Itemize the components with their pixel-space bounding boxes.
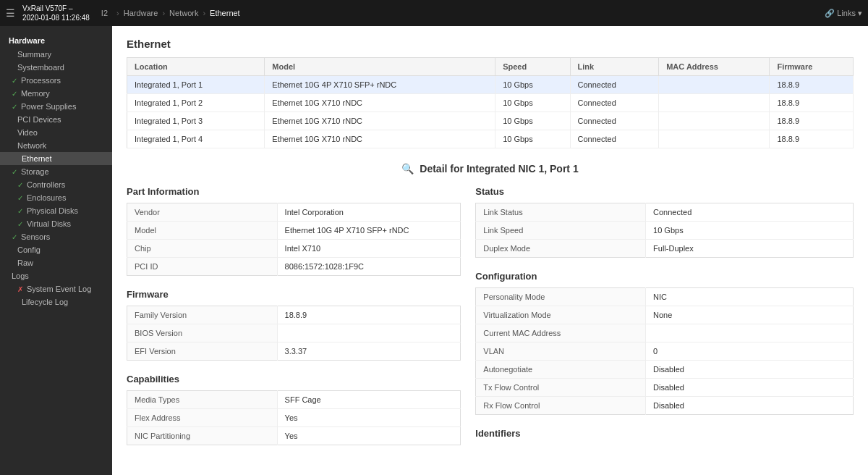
sidebar-item-storage[interactable]: ✓ Storage — [0, 165, 112, 178]
sidebar-label-virtual-disks: Virtual Disks — [27, 219, 71, 228]
status-section: Status Link StatusConnectedLink Speed10 … — [475, 186, 854, 258]
sidebar-label-controllers: Controllers — [27, 180, 65, 189]
ethernet-cell-0-5: 18.8.9 — [770, 76, 854, 94]
ethernet-cell-1-4 — [659, 94, 770, 112]
info-value: Yes — [277, 427, 461, 445]
links-button[interactable]: 🔗 Links ▾ — [825, 9, 862, 18]
configuration-section: Configuration Personality ModeNICVirtual… — [475, 271, 854, 415]
breadcrumb: I2 › Hardware › Network › Ethernet — [101, 9, 825, 17]
sidebar-item-enclosures[interactable]: ✓ Enclosures — [0, 191, 112, 204]
table-row: VendorIntel Corporation — [127, 203, 461, 222]
sidebar-item-controllers[interactable]: ✓ Controllers — [0, 178, 112, 191]
detail-header-text: Detail for Integrated NIC 1, Port 1 — [420, 163, 578, 175]
ethernet-cell-0-0: Integrated 1, Port 1 — [127, 76, 265, 94]
sidebar-item-summary[interactable]: Summary — [0, 48, 112, 61]
sidebar-item-processors[interactable]: ✓ Processors — [0, 74, 112, 87]
sidebar-item-raw[interactable]: Raw — [0, 256, 112, 269]
info-value — [277, 324, 461, 342]
info-value: Disabled — [646, 361, 854, 379]
capabilities-table: Media TypesSFF CageFlex AddressYesNIC Pa… — [127, 390, 461, 445]
sidebar-item-system-event-log[interactable]: ✗ System Event Log — [0, 282, 112, 295]
sidebar-label-ethernet: Ethernet — [22, 154, 52, 163]
info-label: BIOS Version — [127, 324, 278, 342]
ethernet-cell-1-5: 18.8.9 — [770, 94, 854, 112]
sidebar-section-hardware: Hardware — [0, 33, 112, 48]
sidebar-item-physical-disks[interactable]: ✓ Physical Disks — [0, 204, 112, 217]
info-label: Flex Address — [127, 409, 278, 427]
ethernet-row-1[interactable]: Integrated 1, Port 2Ethernet 10G X710 rN… — [127, 94, 854, 112]
ethernet-cell-2-3: Connected — [570, 112, 659, 130]
table-row: Personality ModeNIC — [476, 288, 854, 306]
sidebar-item-power-supplies[interactable]: ✓ Power Supplies — [0, 100, 112, 113]
search-icon: 🔍 — [401, 163, 414, 175]
sidebar-label-logs: Logs — [12, 272, 29, 280]
ethernet-cell-3-0: Integrated 1, Port 4 — [127, 130, 265, 148]
info-value: 3.3.37 — [277, 342, 461, 361]
info-label: Tx Flow Control — [476, 379, 646, 397]
menu-icon[interactable]: ☰ — [6, 7, 15, 19]
ethernet-cell-1-3: Connected — [570, 94, 659, 112]
info-label: Personality Mode — [476, 288, 646, 306]
sidebar-item-pci-devices[interactable]: PCI Devices — [0, 113, 112, 126]
breadcrumb-ethernet[interactable]: Ethernet — [210, 9, 240, 17]
sidebar-item-network[interactable]: Network — [0, 139, 112, 152]
info-label: Duplex Mode — [476, 240, 646, 258]
info-label: Family Version — [127, 306, 278, 324]
sidebar-label-video: Video — [17, 128, 38, 137]
sidebar-item-sensors[interactable]: ✓ Sensors — [0, 230, 112, 243]
sidebar-item-config[interactable]: Config — [0, 243, 112, 256]
x-icon-system-event-log: ✗ — [17, 285, 23, 293]
info-label: PCI ID — [127, 258, 278, 276]
info-label: Link Speed — [476, 222, 646, 240]
col-link: Link — [570, 58, 659, 76]
ethernet-row-2[interactable]: Integrated 1, Port 3Ethernet 10G X710 rN… — [127, 112, 854, 130]
sidebar-item-ethernet[interactable]: Ethernet — [0, 152, 112, 165]
breadcrumb-hardware[interactable]: Hardware — [124, 9, 158, 17]
info-label: Vendor — [127, 203, 278, 222]
check-icon-physical-disks: ✓ — [17, 207, 23, 215]
info-label: NIC Partitioning — [127, 427, 278, 445]
app-title: VxRail V570F – 2020-01-08 11:26:48 — [22, 4, 90, 22]
sidebar-item-virtual-disks[interactable]: ✓ Virtual Disks — [0, 217, 112, 230]
info-label: EFI Version — [127, 342, 278, 361]
info-value: Yes — [277, 409, 461, 427]
ethernet-cell-0-2: 10 Gbps — [495, 76, 570, 94]
info-label: Model — [127, 222, 278, 240]
ethernet-title: Ethernet — [127, 38, 854, 50]
breadcrumb-i2[interactable]: I2 — [101, 9, 108, 17]
sidebar-item-memory[interactable]: ✓ Memory — [0, 87, 112, 100]
capabilities-title: Capabilities — [127, 374, 461, 384]
ethernet-row-0[interactable]: Integrated 1, Port 1Ethernet 10G 4P X710… — [127, 76, 854, 94]
info-label: Rx Flow Control — [476, 397, 646, 415]
ethernet-cell-3-3: Connected — [570, 130, 659, 148]
info-value: 18.8.9 — [277, 306, 461, 324]
sidebar-item-video[interactable]: Video — [0, 126, 112, 139]
ethernet-cell-1-0: Integrated 1, Port 2 — [127, 94, 265, 112]
sidebar-item-systemboard[interactable]: Systemboard — [0, 61, 112, 74]
status-table: Link StatusConnectedLink Speed10 GbpsDup… — [475, 203, 854, 258]
col-speed: Speed — [495, 58, 570, 76]
ethernet-row-3[interactable]: Integrated 1, Port 4Ethernet 10G X710 rN… — [127, 130, 854, 148]
sidebar-label-storage: Storage — [21, 167, 49, 176]
detail-columns: Part Information VendorIntel Corporation… — [127, 186, 854, 458]
sidebar-label-pci-devices: PCI Devices — [17, 115, 61, 124]
info-label: Autonegotiate — [476, 361, 646, 379]
info-label: Chip — [127, 240, 278, 258]
table-row: Link Speed10 Gbps — [476, 222, 854, 240]
table-row: ChipIntel X710 — [127, 240, 461, 258]
table-row: NIC PartitioningYes — [127, 427, 461, 445]
table-row: PCI ID8086:1572:1028:1F9C — [127, 258, 461, 276]
identifiers-section: Identifiers — [475, 428, 854, 439]
detail-right-col: Status Link StatusConnectedLink Speed10 … — [475, 186, 854, 458]
sidebar-item-lifecycle-log[interactable]: Lifecycle Log — [0, 295, 112, 308]
sidebar-item-logs[interactable]: Logs — [0, 269, 112, 282]
table-row: Duplex ModeFull-Duplex — [476, 240, 854, 258]
firmware-section: Firmware Family Version18.8.9BIOS Versio… — [127, 289, 461, 361]
table-row: Flex AddressYes — [127, 409, 461, 427]
part-info-section: Part Information VendorIntel Corporation… — [127, 186, 461, 276]
sidebar-label-system-event-log: System Event Log — [27, 285, 91, 293]
ethernet-cell-0-4 — [659, 76, 770, 94]
info-value — [646, 324, 854, 342]
check-icon-sensors: ✓ — [12, 233, 17, 241]
breadcrumb-network[interactable]: Network — [169, 9, 198, 17]
